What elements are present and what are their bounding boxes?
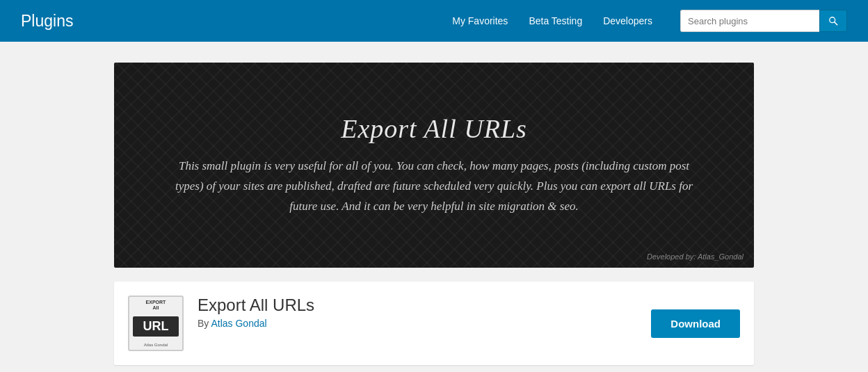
plugin-icon: EXPORTAll URL Atlas Gondal [128, 296, 184, 351]
nav-beta[interactable]: Beta Testing [529, 15, 582, 26]
plugin-icon-url-text: URL [133, 316, 179, 337]
site-title: Plugins [21, 12, 73, 31]
plugin-info: Export All URLs By Atlas Gondal [198, 296, 637, 329]
main-nav: My Favorites Beta Testing Developers [452, 15, 652, 26]
plugin-author-link[interactable]: Atlas Gondal [211, 318, 266, 329]
nav-developers[interactable]: Developers [603, 15, 652, 26]
search-button[interactable] [819, 10, 847, 32]
banner-title: Export All URLs [341, 113, 527, 144]
svg-line-1 [835, 22, 837, 25]
download-button[interactable]: Download [651, 309, 740, 338]
search-input[interactable] [680, 10, 819, 32]
banner-description: This small plugin is very useful for all… [173, 156, 695, 217]
main-content: Export All URLs This small plugin is ver… [100, 42, 768, 372]
plugin-name: Export All URLs [198, 296, 637, 315]
plugin-icon-bottom-text: Atlas Gondal [144, 343, 168, 347]
banner-credit: Developed by: Atlas_Gondal [647, 252, 744, 261]
site-header: Plugins My Favorites Beta Testing Develo… [0, 0, 868, 42]
plugin-author: By Atlas Gondal [198, 318, 637, 329]
plugin-row: EXPORTAll URL Atlas Gondal Export All UR… [114, 282, 754, 365]
search-container [680, 10, 847, 32]
search-icon [828, 16, 838, 26]
plugin-icon-top-text: EXPORTAll [146, 300, 166, 310]
plugin-author-label: By [198, 318, 209, 329]
nav-favorites[interactable]: My Favorites [452, 15, 508, 26]
plugin-banner: Export All URLs This small plugin is ver… [114, 63, 754, 268]
